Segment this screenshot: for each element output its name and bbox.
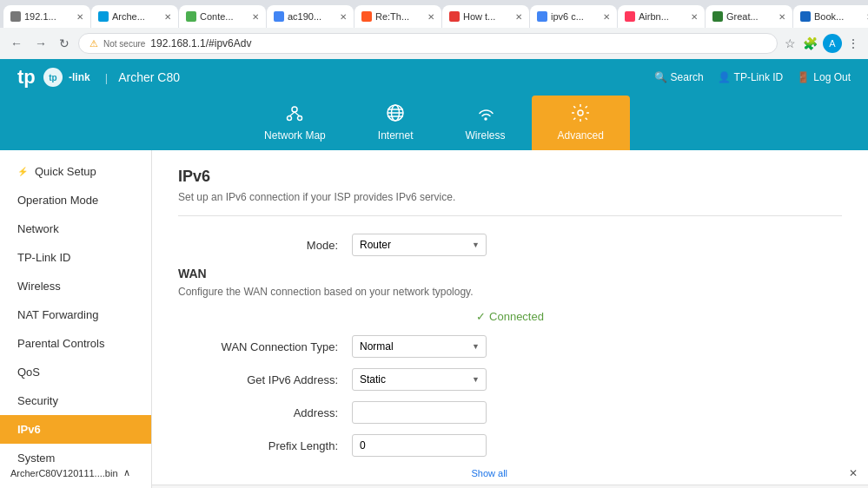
nav-advanced[interactable]: Advanced [532, 96, 630, 150]
tab-2[interactable]: Arche... ✕ [91, 5, 178, 28]
ipv6-select-wrapper: Static DHCPv6 [352, 368, 487, 391]
page-title: IPv6 [178, 168, 842, 186]
sidebar-item-qos[interactable]: QoS [0, 358, 151, 386]
check-icon: ✓ [476, 310, 486, 323]
sidebar-item-network[interactable]: Network [0, 214, 151, 243]
extensions-button[interactable]: 🧩 [801, 34, 819, 53]
svg-text:tp: tp [49, 73, 56, 82]
tab-title-9: Great... [726, 11, 775, 22]
mode-select[interactable]: Router Pass-Through (Bridge) [352, 234, 487, 256]
nav-network-map[interactable]: Network Map [238, 96, 352, 150]
get-ipv6-control: Static DHCPv6 [352, 368, 526, 391]
tab-favicon-1 [10, 11, 21, 22]
logo-area: tp tp-link tp -link | Archer C80 [17, 66, 180, 89]
address-input[interactable] [352, 401, 487, 424]
tplink-id-action[interactable]: 👤 TP-Link ID [718, 71, 784, 83]
advanced-icon [570, 102, 591, 126]
tab-10[interactable]: Book... ✕ [793, 5, 868, 28]
content-area: ⚡ Quick Setup Operation Mode Network TP-… [0, 150, 868, 488]
tab-close-2[interactable]: ✕ [164, 12, 171, 22]
nav-advanced-label: Advanced [558, 129, 604, 142]
tab-7-active[interactable]: ipv6 c... ✕ [530, 5, 617, 28]
tab-favicon-7 [537, 11, 547, 22]
tab-favicon-10 [800, 11, 811, 22]
logout-action[interactable]: 🚪 Log Out [797, 71, 851, 83]
nav-wireless[interactable]: Wireless [440, 96, 532, 150]
bookmark-button[interactable]: ☆ [783, 34, 798, 53]
model-label: Archer C80 [118, 70, 180, 84]
prefix-length-row: Prefix Length: [178, 434, 842, 457]
get-ipv6-select[interactable]: Static DHCPv6 [352, 368, 487, 391]
tab-favicon-3 [186, 11, 196, 22]
sidebar-item-parental-controls[interactable]: Parental Controls [0, 329, 151, 358]
tab-9[interactable]: Great... ✕ [706, 5, 792, 28]
nav-wireless-label: Wireless [466, 129, 506, 142]
logout-icon: 🚪 [797, 71, 810, 83]
tab-close-1[interactable]: ✕ [76, 12, 83, 22]
tab-favicon-2 [98, 11, 109, 22]
tab-4[interactable]: ac190... ✕ [267, 5, 354, 28]
sidebar-item-quick-setup[interactable]: ⚡ Quick Setup [0, 157, 151, 186]
tplink-logo: tp -link [43, 67, 95, 88]
download-bar-close[interactable]: ✕ [849, 467, 858, 479]
prefix-length-control [352, 434, 526, 457]
profile-button[interactable]: A [823, 34, 842, 53]
status-text: Connected [489, 310, 544, 323]
tab-6[interactable]: How t... ✕ [442, 5, 529, 28]
tab-close-4[interactable]: ✕ [340, 12, 347, 22]
svg-point-3 [292, 107, 297, 112]
wan-connection-type-select[interactable]: Normal PPPoE Tunnel 6to4 Tunnel 6in4 Tun… [352, 335, 487, 358]
tab-title-8: Airbn... [639, 11, 687, 22]
tab-1[interactable]: 192.1... ✕ [3, 5, 90, 28]
tab-title-2: Arche... [112, 11, 161, 22]
nav-internet[interactable]: Internet [352, 96, 440, 150]
browser-chrome: 192.1... ✕ Arche... ✕ Conte... ✕ ac190..… [0, 0, 868, 59]
sidebar-item-nat-forwarding[interactable]: NAT Forwarding [0, 300, 151, 329]
tab-title-4: ac190... [288, 11, 336, 22]
search-action[interactable]: 🔍 Search [654, 71, 704, 83]
sidebar-label-system: System [17, 452, 55, 465]
tab-title-5: Re:Th... [375, 11, 424, 22]
back-button[interactable]: ← [7, 35, 26, 52]
tab-title-1: 192.1... [24, 11, 73, 22]
sidebar-label-tplink-id: TP-Link ID [17, 251, 70, 264]
logo-separator: | [105, 71, 108, 84]
download-item: ArcherC80V120111....bin ∧ [10, 467, 130, 478]
tab-5[interactable]: Re:Th... ✕ [354, 5, 441, 28]
tab-close-3[interactable]: ✕ [252, 12, 259, 22]
tab-bar: 192.1... ✕ Arche... ✕ Conte... ✕ ac190..… [0, 0, 868, 28]
sidebar-item-operation-mode[interactable]: Operation Mode [0, 186, 151, 214]
user-icon: 👤 [718, 71, 731, 83]
address-control [352, 401, 526, 424]
logout-label: Log Out [813, 71, 851, 83]
show-all-button[interactable]: Show all [471, 468, 507, 478]
sidebar-item-wireless[interactable]: Wireless [0, 272, 151, 300]
tab-close-7[interactable]: ✕ [603, 12, 610, 22]
sidebar-item-ipv6[interactable]: IPv6 [0, 415, 151, 444]
tab-close-8[interactable]: ✕ [691, 12, 698, 22]
tplink-id-label: TP-Link ID [734, 71, 784, 83]
url-display: 192.168.1.1/#ipv6Adv [150, 37, 251, 49]
prefix-length-input[interactable] [352, 434, 487, 457]
svg-point-14 [578, 110, 583, 115]
mode-control: Router Pass-Through (Bridge) [352, 234, 526, 256]
forward-button[interactable]: → [31, 35, 50, 52]
security-icon: ⚠ [89, 38, 98, 49]
reload-button[interactable]: ↻ [56, 35, 73, 52]
tab-3[interactable]: Conte... ✕ [179, 5, 266, 28]
tab-8[interactable]: Airbn... ✕ [618, 5, 705, 28]
sidebar-label-nat-forwarding: NAT Forwarding [17, 308, 98, 321]
more-button[interactable]: ⋮ [845, 34, 861, 53]
security-label: Not secure [103, 39, 145, 49]
svg-line-7 [295, 112, 300, 116]
sidebar-item-tplink-id[interactable]: TP-Link ID [0, 243, 151, 272]
network-map-icon [284, 102, 305, 126]
address-bar[interactable]: ⚠ Not secure 192.168.1.1/#ipv6Adv [78, 33, 778, 54]
download-chevron-icon: ∧ [123, 467, 130, 478]
tab-close-6[interactable]: ✕ [515, 12, 522, 22]
tab-favicon-8 [625, 11, 635, 22]
tab-close-9[interactable]: ✕ [779, 12, 785, 22]
sidebar-item-security[interactable]: Security [0, 386, 151, 415]
browser-actions: ☆ 🧩 A ⋮ [783, 34, 861, 53]
tab-close-5[interactable]: ✕ [427, 12, 434, 22]
